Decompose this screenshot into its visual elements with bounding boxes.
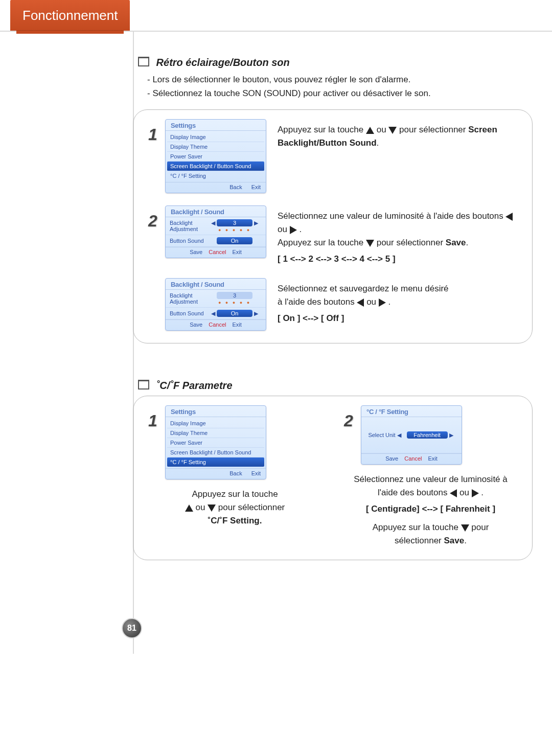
save-label: Save — [385, 455, 398, 462]
adj-value: 3 — [217, 219, 252, 226]
exit-label: Exit — [232, 249, 241, 255]
triangle-right-icon — [290, 226, 297, 234]
col2-desc: Sélectionnez une valeur de luminosité à … — [354, 473, 508, 547]
exit-label: Exit — [251, 470, 261, 476]
sound-row: Button Sound ◀On▶ — [166, 308, 266, 319]
cancel-label: Cancel — [404, 455, 422, 462]
adj-label: Backlight Adjustment — [170, 292, 208, 305]
screen-title: °C / °F Setting — [361, 406, 462, 417]
adj-label: Backlight Adjustment — [170, 220, 208, 232]
screen-settings-1: Settings Display Image Display Theme Pow… — [165, 119, 266, 193]
two-column-layout: 1 Settings Display Image Display Theme P… — [144, 405, 522, 547]
menu-footer: Back Exit — [166, 182, 266, 193]
triangle-down-icon — [461, 524, 469, 532]
sound-value: On — [217, 237, 252, 244]
section-marker-icon — [138, 57, 149, 66]
col-2: 2 °C / °F Setting Select Unit ◀ Fahrenhe… — [339, 405, 522, 547]
step-2-row: 2 Backlight / Sound Backlight Adjustment… — [144, 205, 522, 266]
text: ou — [195, 502, 208, 512]
level-dots-icon: ● ● ● ● ● — [208, 300, 262, 305]
text: sélectionner — [395, 536, 444, 545]
intro-line-1: - Lors de sélectionner le bouton, vous p… — [147, 73, 542, 86]
triangle-left-icon: ◀ — [397, 432, 401, 439]
bold-text: Save — [444, 536, 464, 545]
triangle-right-icon: ▶ — [449, 432, 453, 439]
section-title-text: ˚C/˚F Parametre — [156, 380, 233, 391]
text: . — [388, 297, 391, 307]
text: ou — [278, 224, 290, 234]
menu-footer: Save Cancel Exit — [166, 319, 266, 330]
menu-list: Display Image Display Theme Power Saver … — [166, 417, 266, 468]
header-tab: Fonctionnement — [10, 0, 130, 31]
step-2-desc: Sélectionnez une valeur de luminosité à … — [266, 205, 522, 266]
screen-cf-setting: °C / °F Setting Select Unit ◀ Fahrenheit… — [361, 405, 462, 465]
text: pour sélectionner — [399, 125, 468, 134]
screen-title: Backlight / Sound — [166, 279, 266, 290]
back-label: Back — [229, 470, 242, 476]
page-number-badge: 81 — [122, 618, 142, 638]
screen-settings-2: Settings Display Image Display Theme Pow… — [165, 405, 266, 479]
text: Sélectionnez une valeur de luminosité à — [354, 473, 508, 486]
col-1: 1 Settings Display Image Display Theme P… — [144, 405, 326, 547]
cancel-label: Cancel — [209, 322, 226, 328]
select-label: Select Unit — [368, 432, 395, 438]
screen-title: Settings — [166, 120, 266, 131]
section-title-backlight: Rétro éclairage/Bouton son — [138, 56, 542, 68]
text: à l'aide des boutons — [278, 297, 357, 307]
triangle-down-icon — [208, 505, 216, 512]
backlight-row: Backlight Adjustment 3 ● ● ● ● ● — [166, 290, 266, 308]
text: Appuyez sur la touche — [278, 238, 366, 247]
triangle-right-icon: ▶ — [254, 220, 258, 226]
triangle-down-icon — [366, 240, 374, 247]
menu-item: Display Image — [167, 132, 264, 142]
menu-item: Display Theme — [167, 142, 264, 152]
select-unit-row: Select Unit ◀ Fahrenheit ▶ — [361, 417, 462, 453]
screen-backlight-sound-1: Backlight / Sound Backlight Adjustment ◀… — [165, 205, 266, 258]
section-title-cf: ˚C/˚F Parametre — [138, 379, 542, 392]
menu-item: Power Saver — [167, 438, 264, 448]
bold-text: ˚C/˚F Setting. — [208, 516, 262, 525]
select-value: Fahrenheit — [407, 431, 448, 439]
triangle-left-icon: ◀ — [211, 310, 215, 317]
text: . — [464, 536, 467, 545]
text: pour sélectionner — [218, 502, 285, 512]
menu-footer: Save Cancel Exit — [166, 247, 266, 258]
triangle-up-icon — [185, 505, 193, 512]
section-intro: - Lors de sélectionner le bouton, vous p… — [147, 73, 542, 100]
content-column: Rétro éclairage/Bouton son - Lors de sél… — [133, 56, 542, 576]
menu-item: Screen Backlight / Button Sound — [167, 448, 264, 457]
sound-value: On — [217, 310, 252, 317]
text: ou — [377, 125, 389, 134]
header-bar: Fonctionnement — [0, 0, 552, 32]
menu-footer: Back Exit — [166, 468, 266, 479]
menu-item: Display Theme — [167, 428, 264, 438]
text: . — [299, 224, 302, 234]
text: Appuyez sur la touche — [278, 125, 366, 134]
save-label: Save — [190, 249, 202, 255]
text: l'aide des boutons — [378, 488, 450, 497]
step-number: 1 — [144, 125, 162, 144]
exit-label: Exit — [428, 455, 437, 462]
triangle-left-icon — [505, 213, 513, 221]
screen-title: Settings — [166, 406, 266, 417]
step-1-row: 1 Settings Display Image Display Theme P… — [144, 119, 522, 193]
menu-footer: Save Cancel Exit — [361, 453, 462, 464]
step-number: 2 — [339, 411, 358, 430]
exit-label: Exit — [251, 184, 261, 190]
card-backlight: 1 Settings Display Image Display Theme P… — [133, 109, 533, 343]
bold-text: Save — [446, 238, 466, 247]
step-number: 1 — [144, 411, 162, 430]
triangle-right-icon: ▶ — [254, 310, 258, 317]
card-cf: 1 Settings Display Image Display Theme P… — [133, 396, 533, 560]
menu-item-selected: Screen Backlight / Button Sound — [167, 162, 264, 171]
step-1-desc: Appuyez sur la touche ou pour sélectionn… — [266, 119, 522, 150]
section-marker-icon — [138, 380, 149, 390]
step-number: 2 — [144, 212, 162, 231]
toggle-text: [ Centigrade] <--> [ Fahrenheit ] — [354, 502, 508, 516]
screen-title: Backlight / Sound — [166, 206, 266, 217]
text: ou — [459, 488, 472, 497]
text: Appuyez sur la touche — [185, 488, 285, 501]
cancel-label: Cancel — [209, 249, 226, 255]
toggle-text: [ On ] <--> [ Off ] — [278, 312, 522, 325]
adj-value: 3 — [217, 292, 252, 299]
